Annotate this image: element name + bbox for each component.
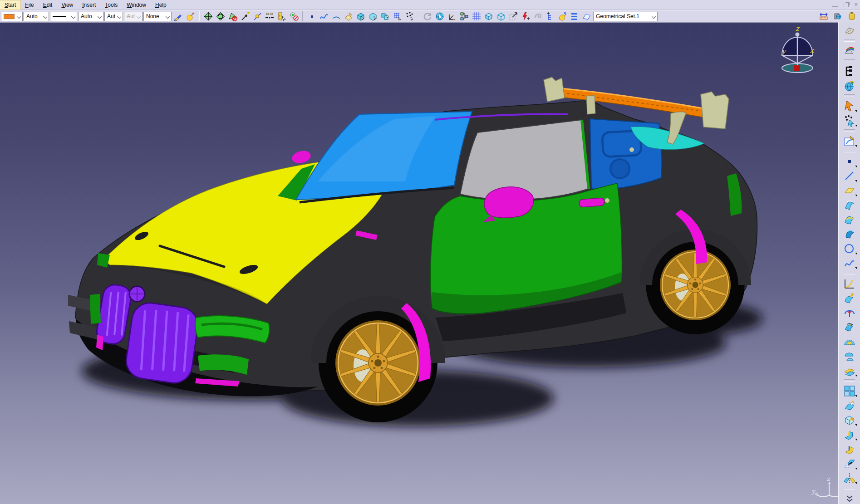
layer-combo[interactable]: None [143, 12, 172, 21]
point-dot-icon[interactable] [306, 11, 317, 22]
globe-paint-icon[interactable] [842, 78, 857, 93]
offset-icon[interactable] [842, 320, 857, 334]
wing-endplate-right[interactable] [701, 92, 729, 129]
far-mirror[interactable] [290, 149, 312, 165]
line-icon[interactable] [842, 169, 857, 183]
geometry-set-icon[interactable] [581, 11, 592, 22]
transparency-combo[interactable]: Auto [24, 12, 49, 21]
sphere-wand-icon[interactable] [185, 11, 196, 22]
healing-icon[interactable] [842, 398, 857, 412]
3d-viewport[interactable]: z y x z y x [0, 22, 839, 504]
extract-icon[interactable] [842, 413, 857, 427]
toolbar-handle[interactable] [844, 94, 855, 97]
translate-icon[interactable] [842, 456, 857, 470]
menu-insert[interactable]: Insert [78, 0, 100, 10]
menu-view[interactable]: View [57, 0, 78, 10]
point-icon[interactable] [842, 154, 857, 168]
tree-structure-icon[interactable] [842, 64, 857, 78]
more-tools-chevron[interactable] [842, 491, 857, 504]
toolbar-handle[interactable] [844, 272, 855, 274]
menu-window[interactable]: Window [122, 0, 151, 10]
select-arrow-icon[interactable] [842, 99, 857, 113]
fill-color-combo[interactable] [1, 12, 23, 21]
surface-patch-icon[interactable] [330, 11, 342, 22]
toolbar-handle[interactable] [844, 487, 855, 489]
thickness-combo[interactable]: Auto [78, 12, 103, 21]
symmetry-icon[interactable] [842, 471, 857, 485]
section-box-icon[interactable] [483, 11, 494, 22]
sweep-icon[interactable] [842, 212, 857, 226]
multi-solid-icon[interactable] [379, 11, 391, 22]
minimize-icon[interactable] [832, 1, 838, 7]
blue-list-icon[interactable] [569, 11, 580, 22]
grid-cursor-icon[interactable] [392, 11, 403, 22]
fill-icon[interactable] [842, 334, 857, 348]
menu-edit[interactable]: Edit [39, 0, 57, 10]
split-icon[interactable] [842, 363, 857, 377]
line-type-combo[interactable] [50, 12, 77, 21]
sketcher-icon[interactable] [842, 134, 857, 148]
spline-icon[interactable] [318, 11, 329, 22]
axis-icon[interactable] [446, 11, 457, 22]
edge-magenta-strip[interactable] [96, 335, 103, 350]
wing-mount-left[interactable] [586, 95, 595, 114]
blend-icon[interactable] [842, 349, 857, 363]
restore-icon[interactable] [844, 3, 849, 7]
toolbar-handle[interactable] [844, 39, 855, 42]
intersect-icon[interactable] [842, 305, 857, 319]
resize-arrow-icon[interactable] [507, 11, 519, 22]
hierarchy-icon[interactable] [458, 11, 470, 22]
grid-icon[interactable] [471, 11, 482, 22]
face-pick-icon[interactable] [343, 11, 354, 22]
door-handle[interactable] [579, 198, 605, 207]
clamp-globe-icon[interactable] [832, 11, 843, 22]
workbench-icon[interactable] [842, 23, 857, 37]
project-icon[interactable] [842, 291, 857, 305]
point-symbol-combo[interactable]: Aut [104, 12, 123, 21]
kidney-grille-right[interactable] [124, 301, 200, 386]
toolbar-handle[interactable] [844, 150, 855, 152]
toolbar-handle[interactable] [844, 379, 855, 382]
wing-endplate-left[interactable] [544, 77, 565, 102]
cloud-select-icon[interactable] [842, 113, 857, 127]
magnifier-forbid-icon[interactable] [288, 11, 300, 22]
work-object-combo[interactable]: Geometrical Set.1 [593, 12, 658, 21]
plane-icon[interactable] [842, 183, 857, 197]
offset-shell-icon[interactable] [842, 227, 857, 241]
side-headlight-sliver[interactable] [90, 294, 101, 324]
cloud-cursor-icon[interactable] [404, 11, 415, 22]
material-cylinder-icon[interactable] [846, 11, 857, 22]
menu-file[interactable]: File [20, 0, 38, 10]
close-icon[interactable]: × [854, 2, 858, 7]
toolbar-handle[interactable] [844, 129, 855, 132]
green-forbid-icon[interactable] [227, 11, 238, 22]
handle-line-icon[interactable] [251, 11, 263, 22]
fit-ruler-icon[interactable] [818, 11, 829, 22]
solid-pick2-icon[interactable] [367, 11, 378, 22]
fillet-icon[interactable] [842, 427, 857, 441]
join-icon[interactable] [842, 384, 857, 398]
solid-pick-icon[interactable] [355, 11, 366, 22]
menu-tools[interactable]: Tools [100, 0, 122, 10]
lightning-update-icon[interactable] [520, 11, 531, 22]
view-compass[interactable]: z y x [781, 24, 815, 73]
extrude-icon[interactable] [842, 198, 857, 212]
toolbar-handle[interactable] [844, 59, 855, 62]
menu-start[interactable]: Start [0, 0, 20, 10]
wire-box-icon[interactable] [495, 11, 506, 22]
ruler-cursor-icon[interactable] [276, 11, 287, 22]
green-pan-icon[interactable] [202, 11, 214, 22]
tree-arrow-icon[interactable] [544, 11, 555, 22]
spline-icon[interactable] [842, 256, 857, 270]
menu-help[interactable]: Help [151, 0, 171, 10]
render-style-icon[interactable] [842, 44, 857, 58]
side-mirror[interactable] [484, 187, 534, 218]
brush-icon[interactable] [172, 11, 184, 22]
law-curve-icon[interactable] [842, 276, 857, 290]
green-rotate-icon[interactable] [215, 11, 226, 22]
circle-icon[interactable] [842, 241, 857, 255]
arrow-plus-icon[interactable] [239, 11, 251, 22]
chamfer-icon[interactable] [842, 442, 857, 456]
globe-hand-icon[interactable] [434, 11, 445, 22]
sparkle-wizard-icon[interactable] [556, 11, 568, 22]
